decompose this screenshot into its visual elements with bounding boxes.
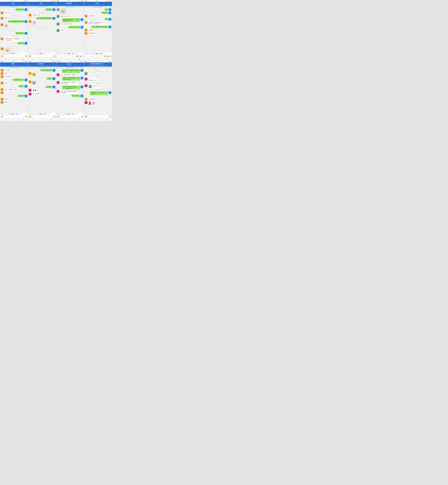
message-input[interactable] (4, 116, 25, 118)
message-bubble: 您也是老师 (17, 95, 24, 97)
toolbar-label: 快捷回复 (64, 53, 67, 54)
toolbar-item[interactable]: ⚡快捷回复 (34, 113, 39, 115)
message-bubble: 好哒，加油哦😊 (71, 94, 80, 97)
toolbar-item[interactable]: ⚡快捷回复 (6, 53, 11, 54)
toolbar-item[interactable]: 💰对外收款 (29, 53, 33, 54)
header-icons[interactable]: ≡♪ (53, 2, 55, 4)
status-bar: 下午 2:27 @微信 ◈ ▬ 📶 (56, 61, 84, 63)
file-attachment[interactable]: xlsx 会计科目表.xlsx 310K (88, 84, 100, 89)
toolbar-item[interactable]: ⚡快捷回复 (6, 113, 11, 115)
header-icons[interactable]: ≡👤 (80, 2, 83, 4)
nav-menu[interactable]: ≡ (79, 119, 80, 121)
nav-back[interactable]: ‹ (60, 119, 61, 121)
toolbar-item[interactable]: ⚡快捷回复 (62, 53, 67, 54)
message-bubble: 杨欧杰实务 第二章 12讲 (88, 78, 97, 82)
nav-home[interactable]: ○ (69, 58, 70, 60)
nav-menu[interactable]: ≡ (107, 119, 108, 121)
header-icons[interactable]: ≡👤 (52, 63, 55, 65)
nav-home[interactable]: ○ (41, 119, 42, 121)
input-bar: 😊 ⊕ (28, 54, 56, 58)
emoji-button[interactable]: 😊 (29, 55, 31, 57)
nav-back[interactable]: ‹ (4, 58, 5, 60)
nav-home[interactable]: ○ (13, 58, 14, 60)
toolbar-item[interactable]: Live直播 (67, 113, 71, 115)
sub-header: @微信 (56, 65, 84, 67)
nav-menu[interactable]: ≡ (107, 58, 108, 60)
toolbar-item[interactable]: ⚡快捷回复 (62, 113, 67, 115)
toolbar-item[interactable]: Live直播 (11, 113, 15, 115)
toolbar-item[interactable]: Live直播 (67, 53, 71, 54)
nav-home[interactable]: ○ (41, 58, 42, 60)
emoji-button[interactable]: 😊 (1, 116, 3, 118)
nav-back[interactable]: ‹ (4, 119, 5, 121)
toolbar-item[interactable]: ⚡快捷回复 (90, 53, 95, 54)
nav-menu[interactable]: ≡ (23, 119, 24, 121)
plus-button[interactable]: ⊕ (110, 116, 111, 118)
toolbar-item[interactable]: 💰对外收款 (1, 113, 6, 115)
toolbar-item[interactable]: 👤客户详情 (72, 113, 77, 115)
plus-button[interactable]: ⊕ (54, 116, 55, 118)
plus-button[interactable]: ⊕ (25, 55, 27, 57)
nav-menu[interactable]: ≡ (79, 58, 80, 60)
nav-back[interactable]: ‹ (88, 58, 89, 60)
header-icons[interactable]: ≡👤 (108, 63, 111, 65)
emoji-button[interactable]: 😊 (29, 116, 31, 118)
toolbar-icon: 💰 (57, 53, 58, 54)
header-icons[interactable]: ≡👤 (24, 63, 27, 65)
toolbar-icon: ⚡ (62, 113, 63, 115)
toolbar-item[interactable]: Live上课直播 (11, 53, 17, 54)
add-button[interactable]: ⊕ (80, 55, 81, 57)
toolbar-item[interactable]: 👤客户详情 (16, 113, 21, 115)
plus-button[interactable]: ⊕ (54, 55, 55, 57)
toolbar-item[interactable]: 👤客户详情 (44, 113, 49, 115)
toolbar-item[interactable]: 👤客户详情 (72, 53, 77, 54)
message-input[interactable] (60, 116, 81, 118)
more-button[interactable]: ·) (82, 55, 83, 57)
message-input[interactable] (4, 55, 25, 57)
header-icons[interactable]: ≡👤 (80, 63, 83, 65)
emoji-button[interactable]: 😊 (85, 116, 87, 118)
nav-menu[interactable]: ≡ (51, 119, 52, 121)
toolbar-item[interactable]: 💰对外收款 (1, 53, 6, 54)
nav-back[interactable]: ‹ (60, 58, 61, 60)
message-input[interactable] (32, 116, 53, 118)
nav-home[interactable]: ○ (97, 58, 98, 60)
message-row: 👤现在学习可以吗 (1, 32, 27, 35)
nav-back[interactable]: ‹ (88, 119, 89, 121)
nav-back[interactable]: ‹ (32, 119, 33, 121)
nav-menu[interactable]: ≡ (51, 58, 52, 60)
bottom-nav: ‹ ○ ≡ (28, 58, 56, 61)
toolbar-item[interactable]: 💰对外收款 (57, 113, 62, 115)
toolbar-item[interactable]: Live上课直播 (40, 53, 45, 54)
toolbar-item[interactable]: ⚡快捷回复 (34, 53, 39, 54)
nav-home[interactable]: ○ (13, 119, 14, 121)
bottom-nav: ‹ ○ ≡ (28, 118, 56, 121)
toolbar-item[interactable]: 💰对外收款 (29, 113, 33, 115)
nav-menu[interactable]: ≡ (23, 58, 24, 60)
more-button[interactable]: ·) (110, 55, 111, 57)
emoji-button[interactable]: 😊 (104, 55, 106, 57)
nav-home[interactable]: ○ (69, 119, 70, 121)
plus-button[interactable]: ⊕ (81, 116, 83, 118)
status-icons: 📶 ▬ (109, 61, 111, 62)
avatar: 👤 (29, 72, 32, 75)
toolbar-item[interactable]: Live直播 (96, 53, 99, 54)
toolbar-item[interactable]: 💰对外收款 (57, 53, 62, 54)
timestamp: 星期二 下午 6:29 (29, 12, 55, 13)
avatar: 👤 (85, 98, 88, 101)
toolbar-item[interactable]: 👤客户详情 (100, 53, 105, 54)
emoji-button[interactable]: 😊 (76, 55, 79, 57)
message-input[interactable] (32, 55, 53, 57)
plus-button[interactable]: ⊕ (25, 116, 27, 118)
header-icons[interactable]: ≡♪ (25, 2, 27, 4)
message-input[interactable] (88, 116, 109, 118)
toolbar-item[interactable]: Live直播 (40, 113, 43, 115)
nav-back[interactable]: ‹ (32, 58, 33, 60)
emoji-button[interactable]: 😊 (57, 116, 59, 118)
toolbar-item[interactable]: 💰对外收款 (85, 53, 89, 54)
toolbar-label: 对外收款 (86, 53, 89, 54)
emoji-button[interactable]: 😊 (1, 55, 3, 57)
add-button[interactable]: ⊕ (108, 55, 109, 57)
header-icons[interactable]: ≡👤 (108, 2, 111, 4)
nav-home[interactable]: ○ (97, 119, 98, 121)
